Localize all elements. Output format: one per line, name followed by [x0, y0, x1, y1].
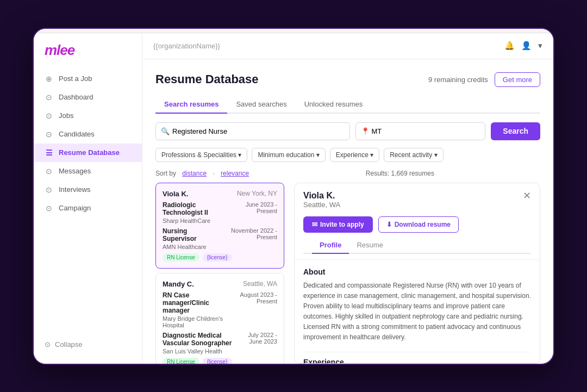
collapse-icon: ⊙: [45, 340, 51, 349]
tag-rn-license: RN License: [163, 358, 199, 364]
chevron-down-icon[interactable]: ▾: [538, 41, 542, 51]
search-row: 🔍 📍 Search: [155, 122, 540, 140]
location-icon: 📍: [361, 127, 370, 135]
employer-2: AMN Healthcare: [163, 244, 216, 250]
bell-icon[interactable]: 🔔: [504, 41, 515, 51]
tag-rn-license: RN License: [163, 253, 199, 262]
download-label: Download resume: [395, 221, 451, 228]
page-body: Resume Database 9 remaining credits Get …: [142, 59, 553, 364]
invite-to-apply-button[interactable]: ✉ Invite to apply: [303, 216, 373, 233]
sidebar: mlee ⊕ Post a Job ⊙ Dashboard ⊙ Jobs ⊙ C…: [34, 33, 142, 364]
sidebar-item-interviews[interactable]: ⊙ Interviews: [34, 181, 142, 199]
profile-tabs: Profile Resume: [303, 237, 531, 254]
page-title: Resume Database: [155, 72, 259, 86]
sort-label: Sort by: [155, 170, 176, 177]
interviews-icon: ⊙: [45, 185, 53, 194]
sidebar-item-label: Candidates: [59, 130, 95, 138]
job-title-2: Diagnostic Medical Vascular Sonographer: [163, 332, 241, 347]
job-row: RN Case manager/Clinic manager Mary Brid…: [163, 291, 277, 328]
candidate-card[interactable]: Viola K. New York, NY Radiologic Technol…: [155, 183, 284, 269]
user-icon[interactable]: 👤: [521, 41, 532, 51]
messages-icon: ⊙: [45, 167, 53, 176]
tab-profile[interactable]: Profile: [312, 237, 349, 254]
job-row-2: Nursing Supervisor AMN Healthcare Novemb…: [163, 227, 277, 250]
results-container: Viola K. New York, NY Radiologic Technol…: [155, 183, 540, 364]
download-resume-button[interactable]: ⬇ Download resume: [378, 216, 459, 233]
detail-name: Viola K.: [303, 191, 340, 201]
sidebar-item-messages[interactable]: ⊙ Messages: [34, 162, 142, 181]
dashboard-icon: ⊙: [45, 93, 53, 102]
sidebar-item-post-job[interactable]: ⊕ Post a Job: [34, 70, 142, 88]
detail-body: About Dedicated and compassionate Regist…: [295, 260, 540, 363]
post-job-icon: ⊕: [45, 74, 53, 83]
candidate-name: Viola K.: [163, 190, 188, 198]
filter-experience[interactable]: Experience ▾: [330, 148, 379, 162]
sort-relevance[interactable]: relevance: [221, 170, 249, 177]
tag-license: {license}: [203, 253, 232, 262]
date-range: August 2023 - Present: [235, 291, 277, 304]
collapse-button[interactable]: ⊙ Collapse: [45, 340, 131, 349]
credits-area: 9 remaining credits Get more: [428, 72, 540, 87]
sidebar-item-candidates[interactable]: ⊙ Candidates: [34, 125, 142, 144]
logo-area: mlee: [34, 42, 142, 70]
main-tabs-row: Search resumes Saved searches Unlocked r…: [155, 96, 540, 114]
detail-header: Viola K. Seattle, WA ✕ ✉ Invite to apply: [295, 183, 540, 260]
date-range: June 2023 - Present: [232, 201, 277, 214]
sidebar-item-label: Dashboard: [59, 93, 93, 101]
sidebar-item-label: Interviews: [59, 185, 91, 194]
about-title: About: [303, 267, 531, 276]
tab-unlocked-resumes[interactable]: Unlocked resumes: [296, 96, 372, 114]
page-top-row: Resume Database 9 remaining credits Get …: [155, 72, 540, 87]
tab-resume[interactable]: Resume: [349, 237, 390, 254]
sort-distance[interactable]: distance: [182, 170, 207, 177]
job-title: RN Case manager/Clinic manager: [163, 291, 235, 314]
candidate-header: Mandy C. Seattle, WA: [163, 280, 277, 288]
detail-top-row: Viola K. Seattle, WA ✕: [303, 191, 531, 214]
header-icons: 🔔 👤 ▾: [504, 41, 542, 51]
filter-activity[interactable]: Recent activity ▾: [384, 148, 443, 162]
keyword-input[interactable]: [155, 122, 350, 140]
candidates-list: Viola K. New York, NY Radiologic Technol…: [155, 183, 289, 364]
sidebar-item-jobs[interactable]: ⊙ Jobs: [34, 107, 142, 125]
job-title: Radiologic Technologist II: [163, 201, 232, 216]
location-input-wrap: 📍: [355, 122, 485, 140]
search-icon: 🔍: [161, 127, 170, 135]
tab-saved-searches[interactable]: Saved searches: [227, 96, 295, 114]
top-header: {{organizationName}} 🔔 👤 ▾: [142, 33, 553, 59]
top-bar: [34, 29, 553, 33]
candidate-card[interactable]: Mandy C. Seattle, WA RN Case manager/Cli…: [155, 273, 284, 364]
tab-search-resumes[interactable]: Search resumes: [155, 96, 227, 114]
candidate-header: Viola K. New York, NY: [163, 190, 277, 198]
sort-separator: ·: [213, 170, 214, 177]
main-content: {{organizationName}} 🔔 👤 ▾ Resume Databa…: [142, 33, 553, 364]
job-row-2: Diagnostic Medical Vascular Sonographer …: [163, 332, 277, 354]
candidate-location: Seattle, WA: [243, 280, 277, 288]
invite-label: Invite to apply: [320, 221, 364, 228]
campaign-icon: ⊙: [45, 204, 53, 213]
download-icon: ⬇: [386, 221, 392, 228]
tag-license: {license}: [203, 358, 232, 364]
sidebar-item-label: Messages: [59, 167, 91, 175]
tags-row: RN License {license}: [163, 253, 277, 262]
employer-2: San Luis Valley Health: [163, 348, 241, 354]
candidate-location: New York, NY: [237, 190, 277, 197]
job-row: Radiologic Technologist II Sharp HealthC…: [163, 201, 277, 224]
filter-professions[interactable]: Professions & Specialities ▾: [155, 148, 247, 162]
filter-education[interactable]: Minimum education ▾: [252, 148, 325, 162]
search-button[interactable]: Search: [491, 122, 540, 140]
sidebar-item-dashboard[interactable]: ⊙ Dashboard: [34, 88, 142, 107]
location-input[interactable]: [355, 122, 485, 140]
get-more-button[interactable]: Get more: [495, 72, 540, 87]
close-detail-button[interactable]: ✕: [523, 191, 531, 201]
action-buttons: ✉ Invite to apply ⬇ Download resume: [303, 216, 531, 233]
tags-row: RN License {license}: [163, 358, 277, 364]
job-info-2: Nursing Supervisor AMN Healthcare: [163, 227, 216, 250]
detail-panel: Viola K. Seattle, WA ✕ ✉ Invite to apply: [294, 183, 540, 364]
date-range-2: November 2022 - Present: [216, 227, 277, 240]
sidebar-item-resume-database[interactable]: ☰ Resume Database: [34, 144, 142, 162]
sidebar-bottom: ⊙ Collapse: [34, 334, 142, 355]
sidebar-item-campaign[interactable]: ⊙ Campaign: [34, 199, 142, 217]
org-name: {{organizationName}}: [153, 42, 220, 50]
job-info: Radiologic Technologist II Sharp HealthC…: [163, 201, 232, 224]
divider: [303, 352, 531, 352]
